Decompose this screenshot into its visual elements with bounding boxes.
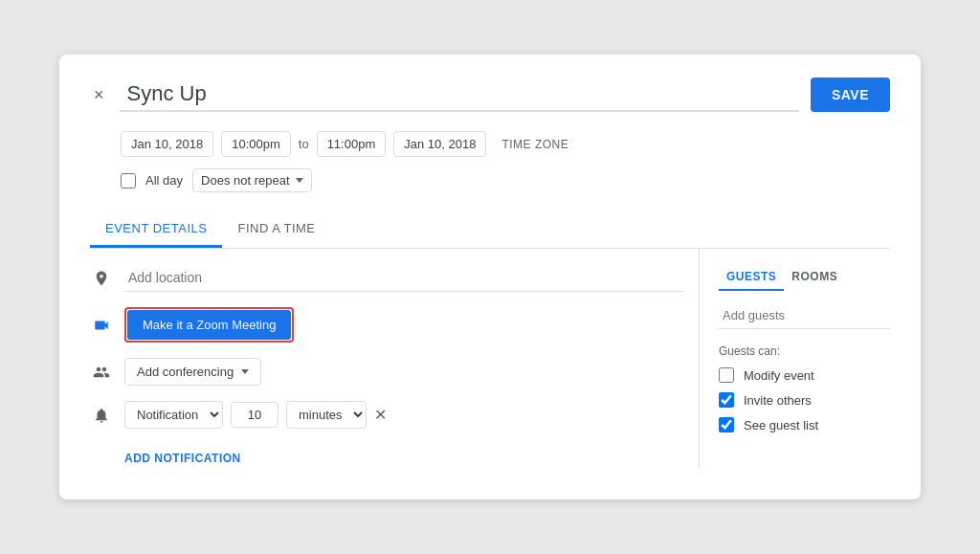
see-guest-list-label: See guest list [744, 418, 818, 432]
zoom-meeting-button[interactable]: Make it a Zoom Meeting [127, 310, 291, 340]
allday-checkbox[interactable] [121, 173, 136, 188]
conferencing-label: Add conferencing [137, 365, 234, 379]
invite-others-option: Invite others [719, 392, 890, 408]
event-dialog: × SAVE Jan 10, 2018 10:00pm to 11:00pm J… [59, 55, 921, 499]
tab-guests[interactable]: GUESTS [719, 264, 784, 291]
repeat-chevron-icon [296, 178, 303, 183]
invite-others-checkbox[interactable] [719, 392, 734, 408]
timezone-button[interactable]: TIME ZONE [501, 138, 568, 151]
conferencing-chevron-icon [241, 369, 249, 374]
start-date-button[interactable]: Jan 10, 2018 [121, 131, 213, 157]
tab-event-details[interactable]: EVENT DETAILS [90, 211, 222, 248]
start-time-button[interactable]: 10:00pm [221, 131, 291, 157]
datetime-row: Jan 10, 2018 10:00pm to 11:00pm Jan 10, … [121, 131, 890, 157]
modify-event-label: Modify event [744, 368, 814, 383]
notification-row: Notification minutes ✕ [90, 401, 683, 429]
left-panel: Make it a Zoom Meeting Add conferencing [90, 249, 699, 469]
see-guest-list-option: See guest list [719, 417, 890, 432]
modify-event-option: Modify event [719, 367, 890, 383]
video-icon [90, 317, 113, 334]
event-title-input[interactable] [120, 78, 799, 112]
bell-icon [90, 407, 113, 424]
location-input[interactable] [124, 264, 683, 292]
save-button[interactable]: SAVE [811, 78, 890, 112]
repeat-label: Does not repeat [201, 173, 290, 188]
location-row [90, 264, 683, 292]
allday-row: All day Does not repeat [121, 168, 890, 192]
see-guest-list-checkbox[interactable] [719, 417, 734, 432]
close-icon: × [94, 85, 104, 105]
right-panel: GUESTS ROOMS Guests can: Modify event In… [699, 249, 890, 469]
notification-type-select[interactable]: Notification [124, 401, 223, 429]
location-icon [90, 270, 113, 287]
guests-can-label: Guests can: [719, 344, 890, 358]
tab-find-time[interactable]: FIND A TIME [222, 211, 330, 248]
zoom-row: Make it a Zoom Meeting [90, 307, 683, 343]
add-guests-input[interactable] [719, 302, 890, 329]
end-date-button[interactable]: Jan 10, 2018 [393, 131, 486, 157]
end-time-button[interactable]: 11:00pm [317, 131, 387, 157]
close-button[interactable]: × [90, 81, 108, 109]
header-row: × SAVE [90, 78, 890, 112]
main-content: Make it a Zoom Meeting Add conferencing [90, 249, 890, 469]
notification-value-input[interactable] [231, 402, 278, 428]
notification-remove-button[interactable]: ✕ [374, 406, 387, 424]
add-conferencing-button[interactable]: Add conferencing [124, 358, 261, 386]
repeat-dropdown[interactable]: Does not repeat [192, 168, 312, 192]
conferencing-icon [90, 364, 113, 381]
allday-label: All day [145, 173, 183, 188]
notification-unit-select[interactable]: minutes [286, 401, 367, 429]
notification-controls: Notification minutes ✕ [124, 401, 387, 429]
tab-rooms[interactable]: ROOMS [784, 264, 845, 291]
to-label: to [299, 137, 309, 151]
tabs-row: EVENT DETAILS FIND A TIME [90, 211, 890, 249]
conferencing-row: Add conferencing [90, 358, 683, 386]
invite-others-label: Invite others [744, 393, 812, 408]
zoom-button-wrapper: Make it a Zoom Meeting [124, 307, 294, 343]
right-tabs-row: GUESTS ROOMS [719, 249, 890, 291]
add-notification-button[interactable]: ADD NOTIFICATION [124, 448, 241, 469]
modify-event-checkbox[interactable] [719, 367, 734, 383]
